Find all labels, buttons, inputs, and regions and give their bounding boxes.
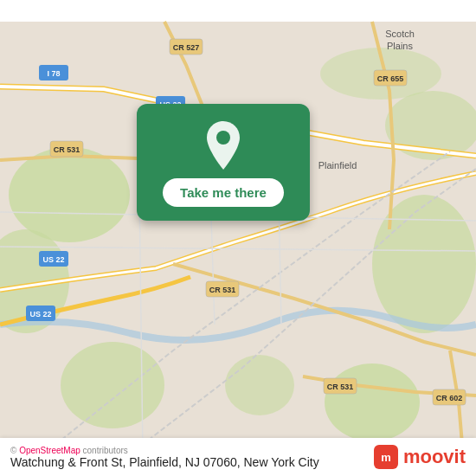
svg-text:Scotch: Scotch [385, 29, 415, 39]
moovit-brand-text: moovit [403, 446, 466, 468]
moovit-icon: m [374, 445, 398, 469]
map-background: I 78 US 22 CR 527 CR 531 CR 655 US 22 US… [0, 0, 476, 476]
bottom-bar: © OpenStreetMap contributors Watchung & … [0, 438, 476, 476]
popup-card: Take me there [137, 104, 310, 221]
attribution-contributors: contributors [83, 446, 128, 455]
svg-point-5 [61, 342, 164, 428]
map-container: I 78 US 22 CR 527 CR 531 CR 655 US 22 US… [0, 0, 476, 476]
svg-text:Plains: Plains [387, 41, 413, 51]
svg-text:m: m [381, 451, 391, 464]
svg-text:CR 531: CR 531 [327, 383, 354, 391]
take-me-there-button[interactable]: Take me there [163, 178, 284, 207]
moovit-logo: m moovit [374, 445, 466, 469]
svg-point-4 [325, 363, 420, 441]
svg-text:CR 527: CR 527 [173, 43, 200, 52]
svg-text:Plainfield: Plainfield [318, 160, 357, 170]
svg-text:CR 602: CR 602 [436, 394, 463, 402]
address-text: Watchung & Front St, Plainfield, NJ 0706… [10, 455, 319, 469]
svg-text:US 22: US 22 [42, 255, 64, 264]
svg-text:I 78: I 78 [47, 69, 60, 78]
svg-text:CR 531: CR 531 [54, 145, 80, 154]
openstreetmap-link[interactable]: OpenStreetMap [19, 446, 80, 455]
attribution-symbol: © [10, 446, 16, 455]
svg-point-32 [216, 131, 230, 145]
svg-point-6 [225, 355, 294, 415]
svg-text:CR 655: CR 655 [377, 74, 404, 83]
svg-text:US 22: US 22 [29, 310, 51, 318]
bottom-left: © OpenStreetMap contributors Watchung & … [10, 446, 319, 469]
attribution: © OpenStreetMap contributors [10, 446, 319, 455]
svg-point-1 [9, 147, 130, 242]
location-pin-icon [203, 121, 244, 170]
svg-point-3 [372, 195, 476, 333]
svg-text:CR 531: CR 531 [209, 286, 236, 294]
